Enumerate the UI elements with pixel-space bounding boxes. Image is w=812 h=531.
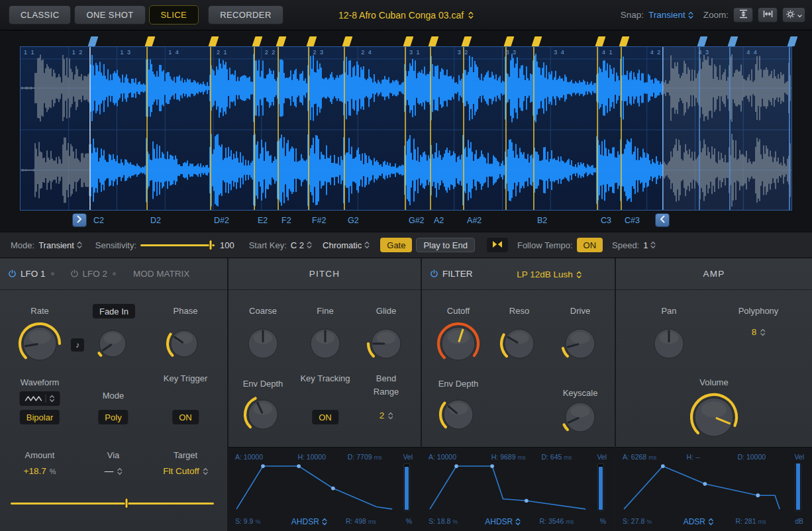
power-icon[interactable] — [70, 269, 79, 278]
slice-flag[interactable] — [462, 36, 472, 46]
slice-flag[interactable] — [88, 36, 99, 46]
slice-line[interactable] — [729, 47, 731, 210]
slice-flag[interactable] — [697, 36, 708, 46]
glide-knob[interactable] — [365, 322, 407, 367]
key-tracking-chip[interactable]: ON — [312, 410, 338, 424]
mapping-selector[interactable]: Chromatic — [323, 240, 370, 250]
lfo-mode-chip[interactable]: Poly — [98, 410, 128, 424]
start-key-selector[interactable]: C 2 — [291, 240, 312, 250]
fade-mode-chip[interactable]: Fade In — [93, 304, 135, 318]
slice-line[interactable] — [430, 47, 431, 210]
tab-mod-matrix[interactable]: MOD MATRIX — [133, 269, 189, 279]
envelope-node[interactable] — [661, 464, 665, 468]
lfo-rate-knob[interactable] — [17, 320, 63, 369]
slice-flag[interactable] — [504, 36, 515, 46]
slice-line[interactable] — [405, 47, 406, 210]
power-icon[interactable] — [8, 269, 17, 278]
slice-flag[interactable] — [619, 36, 630, 46]
envelope-type-selector[interactable]: AHDSR — [291, 517, 327, 526]
snap-selector[interactable]: Transient — [648, 10, 693, 20]
mode-selector[interactable]: Transient — [38, 240, 82, 250]
slice-flag[interactable] — [276, 36, 287, 46]
slice-line[interactable] — [210, 47, 211, 210]
envelope-node[interactable] — [703, 482, 707, 486]
slice-line[interactable] — [344, 47, 345, 210]
settings-button[interactable] — [782, 7, 805, 23]
slice-flag[interactable] — [429, 36, 439, 46]
lfo-phase-knob[interactable] — [164, 324, 204, 366]
envelope-node[interactable] — [756, 493, 760, 497]
velocity-slider[interactable] — [795, 463, 801, 511]
slice-flag[interactable] — [342, 36, 353, 46]
power-icon[interactable] — [430, 269, 438, 278]
slice-flag[interactable] — [403, 36, 414, 46]
flex-button[interactable] — [487, 238, 508, 252]
slice-flag[interactable] — [787, 36, 798, 46]
drive-knob[interactable] — [559, 322, 601, 367]
lfo-amount-slider[interactable] — [11, 498, 214, 508]
polyphony-selector[interactable]: 8 — [752, 327, 766, 337]
slice-flag[interactable] — [595, 36, 606, 46]
mode-tab-one-shot[interactable]: ONE SHOT — [74, 5, 145, 24]
mode-tab-classic[interactable]: CLASSIC — [9, 5, 71, 24]
lfo-waveform-selector[interactable] — [20, 391, 60, 406]
coarse-knob[interactable] — [242, 322, 284, 367]
envelope-node[interactable] — [525, 499, 529, 503]
end-marker-line[interactable] — [662, 47, 664, 210]
sensitivity-slider[interactable] — [140, 240, 215, 250]
filter-env-depth-knob[interactable] — [437, 393, 480, 438]
slice-line[interactable] — [463, 47, 464, 210]
tab-lfo2[interactable]: LFO 2 — [70, 269, 117, 279]
velocity-slider[interactable] — [597, 463, 604, 511]
envelope-type-selector[interactable]: AHDSR — [485, 517, 521, 526]
slice-flag[interactable] — [209, 36, 219, 46]
envelope-node[interactable] — [261, 464, 265, 468]
envelope-node[interactable] — [297, 464, 301, 468]
slice-line[interactable] — [89, 47, 91, 210]
sample-name-selector[interactable]: 12-8 Afro Cuban Conga 03.caf — [338, 0, 474, 30]
envelope-type-selector[interactable]: ADSR — [684, 517, 713, 526]
bend-range-selector[interactable]: 2 — [380, 410, 393, 420]
envelope-node[interactable] — [454, 464, 458, 468]
zoom-vertical-button[interactable] — [733, 7, 753, 23]
lfo-amount-value[interactable]: +18.7% — [24, 466, 56, 476]
slice-line[interactable] — [505, 47, 507, 210]
filter-type-selector[interactable]: LP 12dB Lush — [517, 269, 582, 279]
slice-flag[interactable] — [532, 36, 542, 46]
waveform-display[interactable]: 1 11 21 31 42 12 22 32 43 13 23 33 44 14… — [20, 46, 792, 211]
envelope-curve[interactable] — [621, 463, 782, 513]
pan-knob[interactable] — [648, 322, 690, 367]
slice-flag[interactable] — [252, 36, 263, 46]
lfo-polarity-chip[interactable]: Bipolar — [20, 410, 60, 424]
lfo-target-selector[interactable]: Flt Cutoff — [163, 466, 208, 476]
keyscale-knob[interactable] — [559, 396, 601, 441]
rate-sync-button[interactable]: ♪ — [71, 338, 84, 352]
envelope-curve[interactable] — [427, 463, 588, 513]
envelope-curve[interactable] — [234, 463, 395, 513]
envelope-node[interactable] — [331, 487, 335, 491]
slice-line[interactable] — [789, 47, 790, 210]
envelope-node[interactable] — [490, 464, 494, 468]
slice-flag[interactable] — [307, 36, 317, 46]
slice-line[interactable] — [621, 47, 622, 210]
slice-flag[interactable] — [145, 36, 156, 46]
slice-line[interactable] — [146, 47, 148, 210]
follow-tempo-toggle[interactable]: ON — [577, 238, 603, 252]
mode-tab-slice[interactable]: SLICE — [149, 5, 199, 24]
gate-button[interactable]: Gate — [380, 238, 412, 252]
key-trigger-chip[interactable]: ON — [172, 410, 199, 424]
start-marker-handle[interactable] — [72, 213, 87, 227]
slice-line[interactable] — [278, 47, 279, 210]
velocity-slider[interactable] — [403, 463, 410, 511]
slice-flag[interactable] — [728, 36, 738, 46]
pitch-env-depth-knob[interactable] — [242, 393, 284, 438]
volume-knob[interactable] — [688, 391, 740, 446]
slice-line[interactable] — [254, 47, 255, 210]
slice-line[interactable] — [308, 47, 309, 210]
mode-tab-recorder[interactable]: RECORDER — [208, 5, 283, 24]
end-marker-handle[interactable] — [655, 213, 670, 227]
lfo-fade-knob[interactable] — [93, 324, 132, 366]
fine-knob[interactable] — [304, 322, 346, 367]
slice-line[interactable] — [533, 47, 534, 210]
cutoff-knob[interactable] — [435, 320, 482, 369]
